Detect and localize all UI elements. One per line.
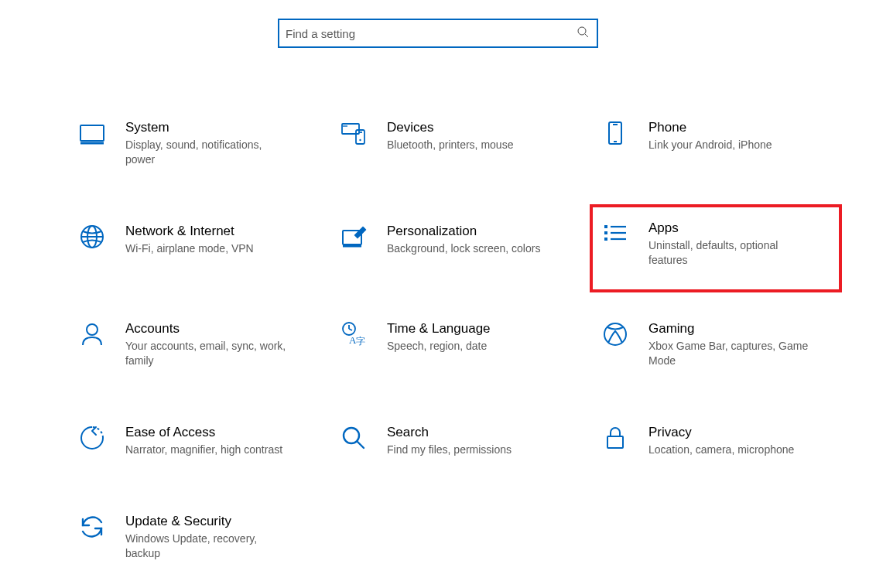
tile-title: System [125, 119, 288, 136]
tile-title: Phone [648, 119, 772, 136]
tile-title: Personalization [387, 223, 540, 240]
tile-system[interactable]: System Display, sound, notifications, po… [76, 116, 308, 170]
tile-network[interactable]: Network & Internet Wi-Fi, airplane mode,… [76, 220, 308, 268]
tile-desc: Narrator, magnifier, high contrast [125, 443, 282, 457]
person-icon [76, 320, 108, 353]
paint-icon [337, 223, 370, 255]
tile-title: Ease of Access [125, 424, 282, 441]
tile-desc: Background, lock screen, colors [387, 241, 540, 256]
svg-rect-35 [607, 436, 623, 448]
tile-title: Time & Language [387, 320, 491, 337]
system-icon [76, 119, 108, 152]
tile-phone[interactable]: Phone Link your Android, iPhone [599, 116, 831, 170]
svg-point-33 [344, 428, 359, 443]
tile-title: Gaming [648, 320, 811, 337]
tile-ease-of-access[interactable]: Ease of Access Narrator, magnifier, high… [76, 421, 308, 460]
tile-desc: Windows Update, recovery, backup [125, 532, 288, 561]
sync-icon [76, 513, 108, 545]
tile-privacy[interactable]: Privacy Location, camera, microphone [599, 421, 831, 460]
magnifier-icon [337, 424, 370, 456]
phone-icon [599, 119, 631, 152]
tile-desc: Location, camera, microphone [648, 443, 794, 457]
tile-title: Apps [648, 220, 811, 237]
search-icon [577, 26, 589, 41]
tile-apps[interactable]: Apps Uninstall, defaults, optional featu… [591, 206, 840, 291]
tile-desc: Uninstall, defaults, optional features [648, 238, 811, 268]
tile-update-security[interactable]: Update & Security Windows Update, recove… [76, 510, 308, 564]
tile-title: Search [387, 424, 512, 441]
globe-icon [76, 223, 108, 255]
tile-title: Devices [387, 119, 513, 136]
tile-time-language[interactable]: A 字 Time & Language Speech, region, date [337, 317, 570, 371]
tile-title: Update & Security [125, 513, 288, 530]
tile-desc: Your accounts, email, sync, work, family [125, 339, 288, 368]
svg-line-29 [349, 329, 352, 330]
svg-point-26 [87, 324, 98, 335]
svg-rect-20 [604, 225, 607, 228]
svg-rect-21 [604, 231, 607, 234]
svg-line-1 [585, 34, 588, 37]
devices-icon [337, 119, 370, 152]
tile-desc: Display, sound, notifications, power [125, 138, 288, 167]
tile-desc: Link your Android, iPhone [648, 138, 772, 152]
svg-point-32 [604, 323, 626, 345]
tile-desc: Wi-Fi, airplane mode, VPN [125, 241, 254, 256]
time-language-icon: A 字 [337, 320, 370, 353]
tile-desc: Bluetooth, printers, mouse [387, 138, 513, 152]
tile-personalization[interactable]: Personalization Background, lock screen,… [337, 220, 570, 268]
svg-point-0 [578, 27, 586, 35]
tile-devices[interactable]: Devices Bluetooth, printers, mouse [337, 116, 570, 170]
search-container [0, 19, 876, 48]
svg-text:字: 字 [356, 336, 365, 347]
settings-grid: System Display, sound, notifications, po… [0, 116, 876, 564]
xbox-icon [599, 320, 631, 353]
tile-accounts[interactable]: Accounts Your accounts, email, sync, wor… [76, 317, 308, 371]
tile-search[interactable]: Search Find my files, permissions [337, 421, 570, 460]
tile-gaming[interactable]: Gaming Xbox Game Bar, captures, Game Mod… [599, 317, 831, 371]
svg-rect-22 [604, 238, 607, 241]
lock-icon [599, 424, 631, 456]
tile-title: Privacy [648, 424, 794, 441]
tile-desc: Find my files, permissions [387, 443, 512, 457]
tile-desc: Speech, region, date [387, 339, 491, 354]
tile-desc: Xbox Game Bar, captures, Game Mode [648, 339, 811, 368]
svg-rect-11 [609, 122, 621, 144]
ease-of-access-icon [76, 424, 108, 456]
tile-title: Accounts [125, 320, 288, 337]
search-box[interactable] [278, 19, 598, 48]
svg-point-9 [359, 139, 361, 141]
svg-rect-2 [80, 125, 104, 141]
svg-line-34 [358, 442, 364, 448]
search-input[interactable] [286, 27, 577, 40]
tile-title: Network & Internet [125, 223, 254, 240]
apps-list-icon [599, 220, 631, 252]
